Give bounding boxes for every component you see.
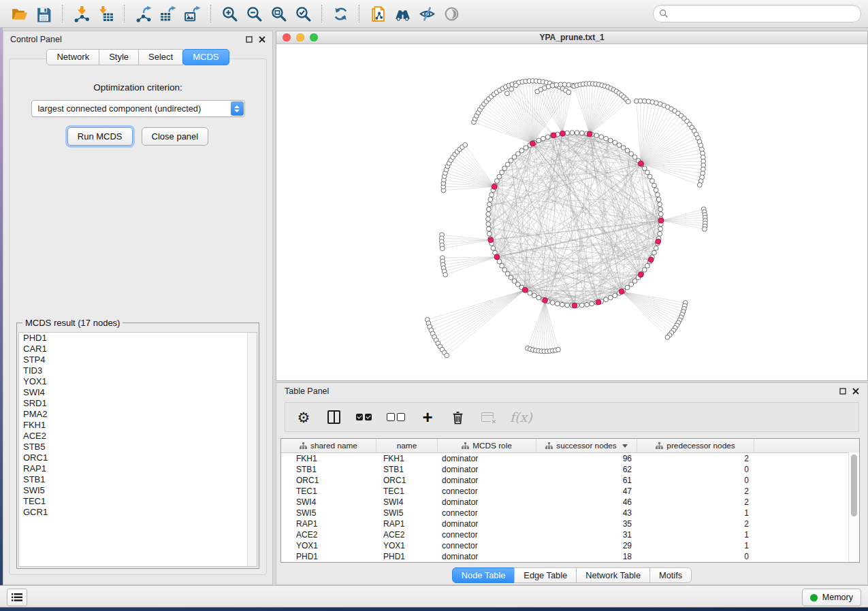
close-panel-icon[interactable] bbox=[258, 36, 266, 44]
tab-network-table[interactable]: Network Table bbox=[576, 567, 650, 583]
table-cell[interactable]: connector bbox=[438, 540, 536, 551]
table-cell[interactable]: STB1 bbox=[376, 464, 438, 475]
table-cell[interactable]: 1 bbox=[637, 529, 754, 540]
mcds-result-item[interactable]: STP4 bbox=[19, 354, 257, 365]
table-cell[interactable]: FKH1 bbox=[281, 453, 376, 464]
table-cell[interactable]: YOX1 bbox=[376, 540, 438, 551]
optimization-criterion-select[interactable]: largest connected component (undirected) bbox=[31, 100, 245, 117]
column-header-shared-name[interactable]: shared name bbox=[281, 439, 376, 452]
table-cell[interactable]: RAP1 bbox=[376, 518, 438, 529]
table-cell[interactable]: ORC1 bbox=[376, 475, 438, 486]
table-cell[interactable]: 35 bbox=[536, 518, 637, 529]
table-row[interactable]: RAP1RAP1dominator352 bbox=[281, 518, 859, 529]
table-cell[interactable]: 2 bbox=[637, 497, 754, 508]
table-row[interactable]: SWI4SWI4dominator462 bbox=[281, 497, 859, 508]
table-cell[interactable]: dominator bbox=[438, 475, 536, 486]
table-cell[interactable]: 96 bbox=[536, 453, 637, 464]
mcds-result-item[interactable]: ORC1 bbox=[19, 452, 257, 463]
tab-motifs[interactable]: Motifs bbox=[649, 567, 692, 583]
mcds-result-item[interactable]: YOX1 bbox=[19, 376, 257, 387]
mcds-result-item[interactable]: RAP1 bbox=[19, 463, 257, 474]
table-cell[interactable]: SWI5 bbox=[281, 508, 376, 518]
column-header-name[interactable]: name bbox=[376, 439, 438, 452]
table-cell[interactable]: PHD1 bbox=[376, 551, 438, 562]
zoom-selected-icon[interactable] bbox=[292, 3, 314, 24]
table-cell[interactable]: connector bbox=[438, 508, 536, 518]
table-row[interactable]: YOX1YOX1connector291 bbox=[281, 540, 859, 551]
table-cell[interactable]: ACE2 bbox=[281, 529, 376, 540]
network-nodes[interactable] bbox=[425, 79, 707, 358]
table-cell[interactable]: ACE2 bbox=[376, 529, 438, 540]
table-cell[interactable]: connector bbox=[438, 486, 536, 497]
table-cell[interactable]: 2 bbox=[637, 518, 754, 529]
search-input[interactable] bbox=[669, 8, 855, 19]
table-cell[interactable]: STB1 bbox=[281, 464, 376, 475]
export-image-icon[interactable] bbox=[181, 3, 203, 24]
column-header-successor-nodes[interactable]: successor nodes bbox=[536, 439, 637, 452]
table-cell[interactable]: 0 bbox=[637, 464, 754, 475]
hide-panel-eye-icon[interactable] bbox=[416, 3, 438, 24]
table-row[interactable]: FKH1FKH1dominator962 bbox=[281, 453, 859, 464]
table-cell[interactable]: dominator bbox=[438, 497, 536, 508]
tab-node-table[interactable]: Node Table bbox=[452, 567, 515, 583]
save-session-icon[interactable] bbox=[33, 3, 54, 24]
add-column-icon[interactable]: + bbox=[420, 409, 435, 425]
mcds-result-item[interactable]: CAR1 bbox=[19, 344, 257, 354]
import-network-icon[interactable] bbox=[70, 3, 92, 24]
table-cell[interactable]: dominator bbox=[438, 453, 536, 464]
mcds-result-item[interactable]: STB1 bbox=[19, 474, 257, 485]
table-cell[interactable]: 2 bbox=[637, 486, 754, 497]
table-cell[interactable]: dominator bbox=[438, 518, 536, 529]
table-cell[interactable]: 47 bbox=[536, 486, 637, 497]
deselect-all-icon[interactable] bbox=[387, 409, 405, 425]
network-overview-icon[interactable] bbox=[391, 3, 413, 24]
table-scrollbar[interactable] bbox=[848, 452, 859, 562]
run-mcds-button[interactable]: Run MCDS bbox=[67, 127, 133, 146]
mcds-result-item[interactable]: GCR1 bbox=[19, 507, 257, 518]
maximize-window-icon[interactable] bbox=[310, 33, 318, 42]
mcds-result-item[interactable]: PHD1 bbox=[19, 333, 257, 344]
mcds-result-item[interactable]: SWI4 bbox=[19, 387, 257, 398]
mcds-result-list[interactable]: PHD1CAR1STP4TID3YOX1SWI4SRD1PMA2FKH1ACE2… bbox=[18, 332, 257, 567]
show-panel-eye-icon[interactable] bbox=[440, 3, 462, 24]
refresh-layout-icon[interactable] bbox=[329, 3, 351, 24]
table-cell[interactable]: dominator bbox=[438, 464, 536, 475]
table-row[interactable]: TEC1TEC1connector472 bbox=[281, 486, 859, 497]
close-table-panel-icon[interactable] bbox=[852, 388, 859, 395]
zoom-out-icon[interactable] bbox=[243, 3, 265, 24]
table-cell[interactable]: 0 bbox=[637, 551, 754, 562]
table-row[interactable]: ACE2ACE2connector311 bbox=[281, 529, 859, 540]
table-cell[interactable]: 1 bbox=[637, 540, 754, 551]
export-table-icon[interactable] bbox=[157, 3, 178, 24]
table-cell[interactable]: SWI4 bbox=[376, 497, 438, 508]
minimize-window-icon[interactable] bbox=[296, 33, 304, 42]
mcds-result-item[interactable]: STB5 bbox=[19, 442, 257, 452]
tab-edge-table[interactable]: Edge Table bbox=[514, 567, 577, 583]
select-all-icon[interactable] bbox=[356, 409, 372, 425]
open-session-icon[interactable] bbox=[8, 3, 30, 24]
zoom-fit-icon[interactable] bbox=[268, 3, 289, 24]
table-cell[interactable]: 62 bbox=[536, 464, 637, 475]
search-box[interactable] bbox=[653, 5, 861, 22]
column-header-MCDS-role[interactable]: MCDS role bbox=[438, 439, 536, 452]
mcds-result-item[interactable]: TID3 bbox=[19, 365, 257, 376]
table-cell[interactable]: 46 bbox=[536, 497, 637, 508]
tab-style[interactable]: Style bbox=[99, 49, 139, 65]
import-table-icon[interactable] bbox=[95, 3, 116, 24]
table-cell[interactable]: 43 bbox=[536, 508, 637, 518]
share-document-icon[interactable] bbox=[367, 3, 389, 24]
delete-icon[interactable] bbox=[450, 409, 465, 425]
table-cell[interactable]: ORC1 bbox=[281, 475, 376, 486]
table-row[interactable]: SWI5SWI5connector431 bbox=[281, 508, 859, 518]
table-cell[interactable]: PHD1 bbox=[281, 551, 376, 562]
mcds-result-item[interactable]: ACE2 bbox=[19, 431, 257, 442]
task-history-button[interactable] bbox=[7, 589, 27, 606]
column-header-predecessor-nodes[interactable]: predecessor nodes bbox=[637, 439, 754, 452]
table-cell[interactable]: SWI5 bbox=[376, 508, 438, 518]
table-cell[interactable]: SWI4 bbox=[281, 497, 376, 508]
table-row[interactable]: ORC1ORC1dominator610 bbox=[281, 475, 859, 486]
table-cell[interactable]: YOX1 bbox=[281, 540, 376, 551]
mcds-result-item[interactable]: PMA2 bbox=[19, 409, 257, 420]
close-window-icon[interactable] bbox=[283, 33, 291, 42]
table-cell[interactable]: 31 bbox=[536, 529, 637, 540]
